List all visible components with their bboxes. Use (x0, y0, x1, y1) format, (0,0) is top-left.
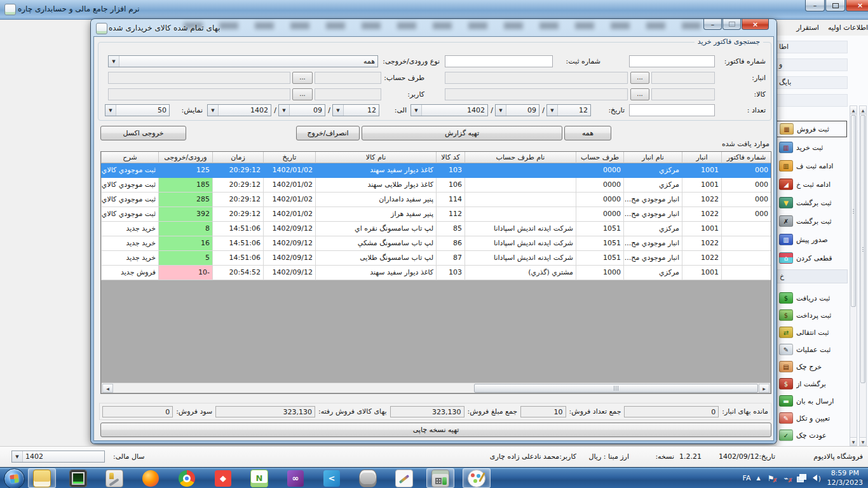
taskbar-app-monitor[interactable] (64, 468, 92, 488)
item-name-field[interactable] (445, 88, 628, 100)
taskbar-app-anydesk[interactable]: ◆ (209, 468, 237, 488)
to-month-select[interactable]: ▼ 09 (278, 104, 325, 116)
column-header-party-code[interactable]: طرف حساب (576, 152, 623, 163)
taskbar-app-explorer[interactable] (28, 468, 56, 488)
speaker-icon[interactable] (812, 474, 822, 482)
io-type-select[interactable]: ▼ همه (108, 55, 378, 67)
column-header-date[interactable]: تاریخ (263, 152, 315, 163)
scrollbar-thumb[interactable] (851, 115, 856, 307)
sidebar-item-pay-money[interactable]: $ثبت پرداخت (776, 307, 847, 323)
dialog-close-button[interactable]: × (742, 19, 769, 30)
taskbar-app-paint[interactable] (463, 468, 491, 488)
column-header-store-code[interactable]: انبار (682, 152, 721, 163)
taskbar-app-firefox[interactable] (137, 468, 165, 488)
sidebar-item-continue-purchase[interactable]: ◢ادامه ثبت خ (776, 176, 847, 193)
column-header-party-name[interactable]: نام طرف حساب (465, 152, 576, 163)
column-header-time[interactable]: زمان (212, 152, 263, 163)
sidebar-item-cheque-operation[interactable]: ✎ثبت عملیات (776, 341, 847, 358)
action-center-flag-icon[interactable]: ⚑✗ (766, 474, 776, 482)
sidebar-item-return-from[interactable]: $برگشت از (776, 376, 847, 392)
sidebar-peek-item[interactable]: بایگ (776, 76, 848, 89)
fiscal-year-select[interactable]: ▼ 1402 (11, 451, 105, 463)
user-code-field[interactable] (315, 88, 381, 100)
taskbar-app-chrome[interactable] (173, 468, 201, 488)
taskbar-app-sqlite[interactable] (390, 468, 418, 488)
menu-item-basic-info[interactable]: اطلاعات اولیه (828, 24, 868, 32)
start-button[interactable] (4, 468, 25, 488)
scrollbar-thumb[interactable] (474, 384, 758, 393)
maximize-button[interactable] (825, 0, 845, 11)
party-browse-button[interactable]: ... (292, 72, 313, 84)
sidebar-item-assign[interactable]: ✎تعیین و تکل (776, 410, 847, 426)
column-header-invoice-no[interactable]: شماره فاکتور (721, 152, 771, 163)
scroll-down-icon[interactable]: ▼ (860, 437, 866, 445)
horizontal-scrollbar[interactable]: ◀ ▶ (102, 383, 770, 393)
taskbar-app-vscode[interactable]: < (318, 468, 346, 488)
store-name-field[interactable] (445, 72, 628, 84)
language-indicator[interactable]: FA (743, 474, 751, 482)
scroll-right-icon[interactable]: ▶ (759, 384, 770, 393)
all-button[interactable]: همه (564, 126, 611, 140)
scroll-down-icon[interactable]: ▼ (850, 437, 857, 445)
column-header-description[interactable]: شرح (101, 152, 158, 163)
scrollbar-thumb[interactable] (860, 115, 865, 383)
table-row[interactable]: 1001مرکزي1000مشتري (گذري)103کاغذ دیوار س… (101, 266, 771, 280)
table-row[interactable]: 1022انبار موجودي مح...1051شرکت ایدنه اند… (101, 251, 771, 266)
date-month-select[interactable]: ▼ 09 (495, 104, 539, 116)
sidebar-item-continue-sale-cart[interactable]: ▥ادامه ثبت ف (776, 158, 847, 174)
sidebar-item-send-to-bank[interactable]: ▬ارسال به بان (776, 393, 847, 409)
item-code-field[interactable] (651, 88, 715, 100)
clock[interactable]: 8:59 PM 12/3/2023 (827, 469, 865, 488)
sidebar-item-sale-basket[interactable]: ▦ثبت فروش (776, 121, 847, 137)
table-row[interactable]: 1022انبار موجودي مح...1051شرکت ایدنه اند… (101, 236, 771, 251)
user-name-field[interactable] (108, 88, 290, 100)
sidebar-scrollbar-outer[interactable]: ▲ ▼ (850, 105, 857, 446)
scroll-up-icon[interactable]: ▲ (850, 106, 857, 114)
taskbar-app-calc[interactable] (426, 468, 454, 488)
sidebar-item-receive-money[interactable]: $ثبت دریافت (776, 290, 847, 306)
registration-number-input[interactable] (445, 55, 553, 67)
sidebar-item-proforma-cart[interactable]: ▥صدور پیش (776, 231, 847, 248)
power-plug-icon[interactable]: ⌁✗ (782, 474, 791, 482)
quantity-input[interactable] (629, 104, 715, 116)
table-row[interactable]: 0001001مرکزي0000103کاغذ دیوار سفید سهند1… (101, 163, 771, 178)
taskbar-app-db[interactable] (354, 468, 382, 488)
taskbar-app-npp[interactable]: N (245, 468, 273, 488)
menu-item-setup[interactable]: استقرار (796, 24, 819, 32)
sidebar-item-finalize-kiosk[interactable]: ⌂قطعی کردن (776, 250, 847, 266)
close-button[interactable]: × (846, 0, 868, 11)
minimize-button[interactable]: – (805, 0, 825, 11)
table-row[interactable]: 0001022انبار موجودي مح...0000112پنیر سفی… (101, 207, 771, 222)
item-browse-button[interactable]: ... (630, 88, 649, 100)
column-header-item-name[interactable]: نام کالا (315, 152, 436, 163)
dialog-minimize-button[interactable]: – (703, 19, 722, 30)
date-day-select[interactable]: ▼ 12 (546, 104, 591, 116)
taskbar-app-vs[interactable]: ∞ (281, 468, 309, 488)
to-year-select[interactable]: ▼ 1402 (207, 104, 271, 116)
store-browse-button[interactable]: ... (630, 72, 649, 84)
network-icon[interactable] (797, 474, 806, 482)
table-row[interactable]: 0001022انبار موجودي مح...0000114پنیر سفی… (101, 193, 771, 207)
invoice-number-input[interactable] (629, 55, 715, 67)
dialog-titlebar[interactable]: بهای تمام شده کالای خریداری شده – × (91, 19, 776, 36)
generate-report-button[interactable]: تهیه گزارش (362, 126, 562, 140)
sidebar-peek-item[interactable]: اطا (776, 41, 848, 53)
to-day-select[interactable]: ▼ 12 (332, 104, 379, 116)
print-copy-button[interactable]: تهیه نسخه چاپی (100, 423, 771, 437)
scroll-up-icon[interactable]: ▲ (860, 106, 866, 114)
table-row[interactable]: 0001001مرکزي0000106کاغذ دیوار طلایی سهند… (101, 178, 771, 193)
sidebar-peek-item[interactable] (776, 94, 848, 107)
sidebar-item-transfer-money[interactable]: ⇄ثبت انتقالی (776, 324, 847, 341)
column-header-item-code[interactable]: کد کالا (436, 152, 465, 163)
table-row[interactable]: 1001مرکزي1051شرکت ایدنه اندیش اسپادانا85… (101, 222, 771, 236)
sidebar-peek-item[interactable]: و (776, 58, 848, 71)
user-browse-button[interactable]: ... (292, 88, 313, 100)
column-header-store-name[interactable]: نام انبار (623, 152, 682, 163)
hidden-icons-arrow-icon[interactable]: ▲ (756, 475, 760, 481)
excel-export-button[interactable]: خروجی اکسل (100, 126, 186, 140)
sidebar-item-return-sale-cart[interactable]: ▼ثبت برگشت (776, 194, 847, 211)
dialog-maximize-button[interactable] (722, 19, 741, 30)
sidebar-scrollbar-inner[interactable]: ▲ ▼ (859, 105, 867, 446)
store-code-field[interactable] (651, 72, 715, 84)
party-code-field[interactable] (315, 72, 381, 84)
